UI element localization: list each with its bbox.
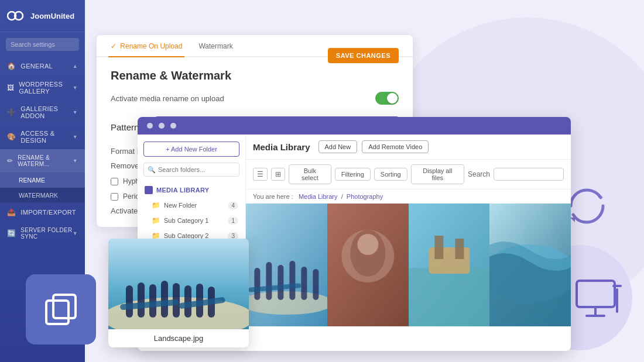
svg-rect-32 [138,282,145,318]
folder-search-input[interactable] [143,163,239,177]
list-view-button[interactable]: ☰ [253,168,268,181]
add-remote-button[interactable]: Add Remote Video [362,140,429,153]
monitor-icon [574,278,626,325]
chevron-icon-5: ▼ [73,158,78,164]
chevron-icon-4: ▼ [73,134,78,140]
svg-rect-11 [254,268,260,300]
search-label: Search [468,170,490,178]
copy-icon [43,292,78,327]
addon-icon: ➕ [7,108,16,116]
folder-icon-2: 📁 [152,216,160,225]
sidebar-item-wordpress-gallery[interactable]: 🖼 WORDPRESS GALLERY ▼ [0,75,85,100]
sidebar-item-galleries-addon[interactable]: ➕ GALLERIES ADDON ▼ [0,100,85,125]
landscape-photo: Landscape.jpg [108,239,249,347]
period-checkbox[interactable] [111,193,118,201]
home-icon: 🏠 [7,62,16,70]
sidebar-logo: JoomUnited [0,0,85,32]
media-grid [246,204,571,351]
svg-rect-6 [53,295,76,318]
photo-waves[interactable] [489,204,571,326]
gallery-icon: 🖼 [7,84,14,92]
waves-svg [489,204,571,326]
svg-rect-16 [313,269,318,300]
media-toolbar-top: Media Library Add New Add Remote Video [246,135,571,160]
sidebar-item-rename[interactable]: RENAME [0,173,85,188]
svg-rect-13 [278,265,283,300]
tab-watermark[interactable]: Watermark [196,35,235,57]
add-new-button[interactable]: Add New [318,140,358,153]
hyphen-checkbox[interactable] [111,178,118,185]
rename-icon: ✏ [7,157,13,165]
search-input[interactable] [6,38,79,51]
search-area: Search [468,168,564,181]
folder-icon: 📁 [152,201,160,209]
sidebar-item-import-export[interactable]: 📤 IMPORT/EXPORT [0,203,85,222]
folder-item-sub1[interactable]: 📁 Sub Category 1 1 [138,213,245,228]
surfers-svg [246,204,327,326]
svg-rect-31 [126,285,133,318]
folder-item-new[interactable]: 📁 New Folder 4 [138,198,245,213]
sidebar-item-server-folder-sync[interactable]: 🔄 SERVER FOLDER SYNC ▼ [0,222,85,245]
copy-icon-area [26,274,96,344]
media-search-input[interactable] [494,168,564,181]
tab-rename-on-upload[interactable]: ✓ Rename On Upload [108,35,184,57]
media-library-title: Media Library [253,142,310,152]
sidebar-search[interactable] [0,32,85,57]
breadcrumb: You are here : Media Library / Photograp… [246,189,571,204]
logo-icon [7,9,26,22]
grid-view-button[interactable]: ⊞ [271,168,285,181]
svg-point-21 [357,234,378,255]
landscape-img [108,239,249,329]
svg-rect-0 [577,281,615,307]
check-icon: ✓ [111,42,117,50]
svg-rect-14 [289,261,295,300]
sorting-button[interactable]: Sorting [374,168,407,181]
chevron-icon-3: ▼ [73,109,78,115]
save-changes-button[interactable]: SAVE CHANGES [328,48,399,63]
sidebar-item-watermark[interactable]: WATERMARK [0,188,85,203]
logo-text: JoomUnited [30,12,74,20]
svg-rect-33 [149,284,156,318]
bulk-select-button[interactable]: Bulk select [289,164,331,184]
media-panel-header [138,117,571,135]
svg-rect-15 [301,267,307,300]
landscape-svg [108,239,249,329]
media-search-area: 🔍 [143,163,239,177]
monitor-icon-area [574,278,626,327]
sidebar-item-rename-watermark[interactable]: ✏ RENAME & WATERM... ▼ [0,149,85,173]
sidebar-item-general[interactable]: 🏠 GENERAL ▲ [0,57,85,75]
window-dot-2 [159,123,165,129]
chevron-icon-2: ▼ [73,85,78,91]
svg-rect-23 [409,268,490,326]
chevron-icon: ▲ [73,63,78,69]
search-icon: 🔍 [148,166,156,174]
window-dot-1 [147,123,153,129]
chevron-icon-6: ▼ [73,230,78,236]
design-icon: 🎨 [7,133,16,141]
toggle-rename[interactable] [375,92,399,105]
filtering-button[interactable]: Filtering [335,168,371,181]
window-dot-3 [170,123,176,129]
activate-label: Activate media rename on upload [111,94,224,103]
add-new-folder-button[interactable]: + Add New Folder [143,142,239,157]
boats-svg [409,204,490,326]
display-all-button[interactable]: Display all files [411,164,464,184]
media-lib-icon [145,186,153,194]
activate-row: Activate media rename on upload [111,92,399,105]
media-toolbar-bottom: ☰ ⊞ Bulk select Filtering Sorting Displa… [246,160,571,189]
breadcrumb-root[interactable]: Media Library [299,193,338,200]
media-library-label: MEDIA LIBRARY [138,182,245,198]
import-icon: 📤 [7,208,16,216]
svg-rect-12 [266,262,272,300]
breadcrumb-current[interactable]: Photography [347,193,383,200]
photo-surfers[interactable] [246,204,327,326]
underwater-svg [327,204,409,326]
media-main: Media Library Add New Add Remote Video ☰… [246,135,571,351]
svg-rect-34 [161,281,168,318]
svg-rect-36 [184,285,191,318]
sidebar-item-access-design[interactable]: 🎨 ACCESS & DESIGN ▼ [0,125,85,149]
svg-rect-25 [434,236,443,259]
svg-rect-5 [46,301,68,324]
photo-underwater[interactable] [327,204,409,326]
photo-boats[interactable] [409,204,490,326]
